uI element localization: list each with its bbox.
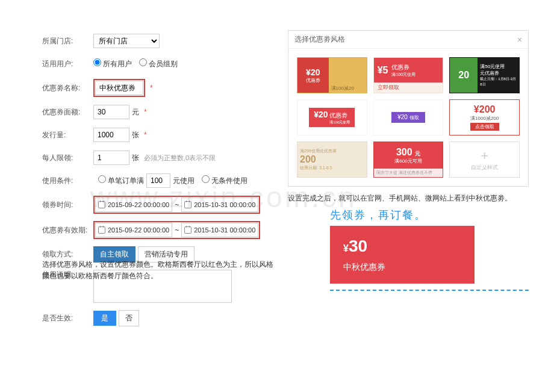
cond-unit: 元使用 bbox=[173, 176, 195, 186]
plus-icon: + bbox=[481, 148, 488, 164]
limit-label: 每人限领: bbox=[42, 153, 93, 163]
method-label: 领取方式: bbox=[42, 249, 93, 260]
claim-start-picker[interactable]: 2015-09-22 00:00:00 bbox=[95, 198, 172, 212]
coupon-style-1[interactable]: ¥20优惠券 满100减20 bbox=[297, 57, 367, 93]
user-radio-all[interactable] bbox=[93, 58, 101, 66]
cond-radio-2[interactable] bbox=[202, 175, 210, 183]
face-unit: 元 bbox=[132, 107, 139, 117]
valid-end-picker[interactable]: 2015-10-31 00:00:00 bbox=[181, 223, 258, 237]
required-mark: * bbox=[144, 108, 147, 116]
right-description: 设置完成之后，就可以在官网、手机网站、微网站上看到中秋优惠劵。 bbox=[288, 193, 529, 204]
coupon-style-7[interactable]: 满299使用此优惠劵200使用日期: 3.1-8.5 bbox=[297, 142, 367, 178]
promo-preview: 先领券，再订餐。 ¥30 中秋优惠券 bbox=[330, 208, 529, 291]
user-label: 适用用户: bbox=[42, 59, 93, 69]
left-description: 选择优惠券风格，设置优惠券颜色。欧格斯西餐厅以红色为主，所以风格颜色也要以欧格斯… bbox=[42, 259, 277, 282]
coupon-style-5[interactable]: ¥20 领取 bbox=[373, 99, 444, 135]
valid-label: 优惠劵有效期: bbox=[42, 225, 93, 235]
coupon-name-label: 优惠劵名称: bbox=[42, 83, 93, 93]
claim-label: 领券时间: bbox=[42, 200, 93, 210]
coupon-style-3[interactable]: 20 满50元使用元优惠券截止日期：1月8日-3月8日 bbox=[449, 57, 520, 93]
calendar-icon bbox=[184, 201, 191, 208]
promo-amount: 30 bbox=[349, 237, 367, 255]
promo-name: 中秋优惠券 bbox=[343, 262, 461, 273]
user-radio-group: 所有用户 会员组别 bbox=[93, 58, 283, 69]
promo-title: 先领券，再订餐。 bbox=[330, 208, 529, 222]
tilde: ~ bbox=[175, 201, 179, 209]
coupon-style-panel: 选择优惠劵风格 × ¥20优惠券 满100减20 ¥5优惠券满100元使用 立即… bbox=[288, 30, 529, 187]
coupon-style-4[interactable]: ¥20 优惠劵满100元使用 bbox=[297, 99, 367, 135]
active-yes-button[interactable]: 是 bbox=[93, 311, 116, 326]
limit-unit: 张 bbox=[132, 153, 139, 163]
limit-input[interactable] bbox=[93, 151, 129, 165]
limit-hint: 必须为正整数,0表示不限 bbox=[144, 154, 216, 163]
face-label: 优惠券面额: bbox=[42, 107, 93, 117]
qty-label: 发行量: bbox=[42, 130, 93, 140]
valid-start-picker[interactable]: 2015-09-22 00:00:00 bbox=[95, 223, 172, 237]
store-label: 所属门店: bbox=[42, 36, 93, 46]
panel-title: 选择优惠劵风格 bbox=[294, 34, 345, 45]
user-opt-member[interactable]: 会员组别 bbox=[134, 58, 178, 69]
cond-opt2[interactable]: 无条件使用 bbox=[197, 175, 247, 186]
close-icon[interactable]: × bbox=[517, 35, 522, 45]
coupon-name-input[interactable] bbox=[95, 81, 143, 95]
claim-end-picker[interactable]: 2015-10-31 00:00:00 bbox=[181, 198, 258, 212]
cond-radio-1[interactable] bbox=[98, 175, 106, 183]
user-radio-member[interactable] bbox=[139, 58, 147, 66]
cond-label: 使用条件: bbox=[42, 176, 93, 186]
coupon-style-custom[interactable]: + 自定义样式 bbox=[449, 142, 520, 178]
coupon-style-2[interactable]: ¥5优惠券满100元使用 立即领取 bbox=[373, 57, 444, 93]
dashed-divider bbox=[330, 290, 529, 291]
coupon-style-6[interactable]: ¥200 满1000减200 点击领取 bbox=[449, 99, 520, 135]
tilde: ~ bbox=[175, 226, 179, 234]
face-input[interactable] bbox=[93, 105, 129, 119]
promo-coupon-card[interactable]: ¥30 中秋优惠券 bbox=[330, 226, 475, 284]
calendar-icon bbox=[98, 226, 105, 234]
cond-opt1[interactable]: 单笔订单满 bbox=[93, 175, 144, 186]
cond-value-input[interactable] bbox=[146, 173, 170, 188]
active-label: 是否生效: bbox=[42, 313, 93, 323]
calendar-icon bbox=[98, 201, 105, 208]
required-mark: * bbox=[144, 131, 147, 139]
required-mark: * bbox=[150, 84, 153, 92]
coupon-style-8[interactable]: 300 元满600元可用 国庆节大促 满送优惠券送不停 bbox=[373, 142, 444, 178]
coupon-form: 所属门店: 所有门店 适用用户: 所有用户 会员组别 优惠劵名称: * 优惠券面… bbox=[42, 33, 283, 334]
promo-currency: ¥ bbox=[343, 243, 349, 254]
qty-unit: 张 bbox=[132, 130, 139, 140]
qty-input[interactable] bbox=[93, 128, 129, 142]
user-opt-all[interactable]: 所有用户 bbox=[93, 58, 132, 69]
store-select[interactable]: 所有门店 bbox=[93, 34, 160, 48]
calendar-icon bbox=[184, 226, 191, 234]
active-no-button[interactable]: 否 bbox=[119, 310, 139, 326]
